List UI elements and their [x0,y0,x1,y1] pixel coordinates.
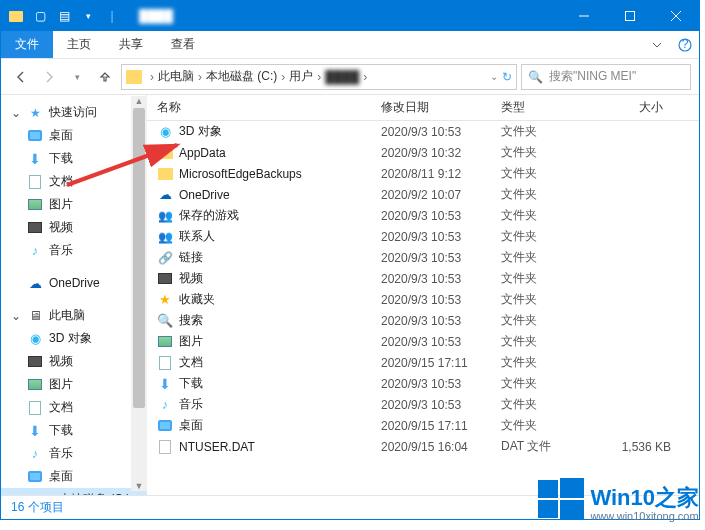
sidebar-item-3d[interactable]: ◉3D 对象 [1,327,146,350]
windows-logo-icon [538,476,584,522]
window-controls [561,1,699,31]
tab-view[interactable]: 查看 [157,31,209,58]
sidebar-item-desktop2[interactable]: 桌面 [1,465,146,488]
file-row[interactable]: 👥联系人2020/9/3 10:53文件夹 [151,226,699,247]
folder-icon [7,7,25,25]
file-row[interactable]: 🔗链接2020/9/3 10:53文件夹 [151,247,699,268]
scrollbar-thumb[interactable] [133,108,145,408]
sidebar-item-quick-access[interactable]: ⌄ ★ 快速访问 [1,101,146,124]
properties-icon[interactable]: ▢ [31,7,49,25]
file-row[interactable]: 🔍搜索2020/9/3 10:53文件夹 [151,310,699,331]
sidebar-item-desktop[interactable]: 桌面 [1,124,146,147]
file-row[interactable]: NTUSER.DAT2020/9/15 16:04DAT 文件1,536 KB [151,436,699,457]
onedrive-icon: ☁ [27,275,43,291]
scroll-down-icon[interactable]: ▼ [135,481,144,491]
sidebar-item-music[interactable]: ♪音乐 [1,239,146,262]
help-icon[interactable]: ? [671,31,699,58]
chevron-down-icon[interactable]: ⌄ [11,106,21,120]
nav-history-icon[interactable]: ▾ [65,65,89,89]
video-icon [27,220,43,236]
file-row[interactable]: AppData2020/9/3 10:32文件夹 [151,142,699,163]
sidebar-item-videos[interactable]: 视频 [1,216,146,239]
breadcrumb-drive[interactable]: 本地磁盘 (C:) [206,68,277,85]
desktop-icon [27,469,43,485]
sidebar-item-localc[interactable]: ›本地磁盘 (C:) [1,488,146,495]
download-icon: ⬇ [27,423,43,439]
sidebar-item-label: 下载 [49,150,73,167]
file-type: 文件夹 [501,207,601,224]
breadcrumb-pc[interactable]: 此电脑 [158,68,194,85]
nav-forward-button[interactable] [37,65,61,89]
file-row[interactable]: 文档2020/9/15 17:11文件夹 [151,352,699,373]
column-date[interactable]: 修改日期 [381,99,501,116]
breadcrumb-users[interactable]: 用户 [289,68,313,85]
qat-dropdown-icon[interactable]: ▾ [79,7,97,25]
nav-up-button[interactable] [93,65,117,89]
file-row[interactable]: ⬇下载2020/9/3 10:53文件夹 [151,373,699,394]
file-name: 收藏夹 [179,291,215,308]
file-date: 2020/9/3 10:53 [381,251,501,265]
sidebar-item-pictures2[interactable]: 图片 [1,373,146,396]
ribbon-expand-icon[interactable] [643,31,671,58]
file-name: 搜索 [179,312,203,329]
file-row[interactable]: MicrosoftEdgeBackups2020/8/11 9:12文件夹 [151,163,699,184]
file-row[interactable]: 桌面2020/9/15 17:11文件夹 [151,415,699,436]
column-size[interactable]: 大小 [601,99,681,116]
new-folder-icon[interactable]: ▤ [55,7,73,25]
file-type: 文件夹 [501,375,601,392]
sidebar-scrollbar[interactable]: ▲ ▼ [131,96,147,491]
sidebar-item-music2[interactable]: ♪音乐 [1,442,146,465]
chevron-right-icon[interactable]: › [361,70,369,84]
contacts-icon: 👥 [157,208,173,224]
file-name: 音乐 [179,396,203,413]
file-row[interactable]: ★收藏夹2020/9/3 10:53文件夹 [151,289,699,310]
breadcrumb[interactable]: › 此电脑 › 本地磁盘 (C:) › 用户 › ████ › ⌄ ↻ [121,64,517,90]
sidebar-item-thispc[interactable]: ⌄🖥此电脑 [1,304,146,327]
desktop-icon [157,418,173,434]
search-icon: 🔍 [157,313,173,329]
svg-rect-0 [626,12,635,21]
tab-home[interactable]: 主页 [53,31,105,58]
sidebar-item-documents2[interactable]: 文档 [1,396,146,419]
tab-share[interactable]: 共享 [105,31,157,58]
nav-back-button[interactable] [9,65,33,89]
breadcrumb-user[interactable]: ████ [325,70,359,84]
sidebar-item-documents[interactable]: 文档 [1,170,146,193]
sidebar-item-onedrive[interactable]: ›☁OneDrive [1,272,146,294]
maximize-button[interactable] [607,1,653,31]
file-row[interactable]: 👥保存的游戏2020/9/3 10:53文件夹 [151,205,699,226]
file-row[interactable]: ♪音乐2020/9/3 10:53文件夹 [151,394,699,415]
chevron-right-icon[interactable]: › [196,70,204,84]
refresh-icon[interactable]: ↻ [502,70,512,84]
column-type[interactable]: 类型 [501,99,601,116]
file-row[interactable]: ◉3D 对象2020/9/3 10:53文件夹 [151,121,699,142]
onedrive-icon: ☁ [157,187,173,203]
file-date: 2020/9/15 17:11 [381,356,501,370]
file-row[interactable]: ☁OneDrive2020/9/2 10:07文件夹 [151,184,699,205]
tab-file[interactable]: 文件 [1,31,53,58]
file-type: 文件夹 [501,186,601,203]
file-row[interactable]: 视频2020/9/3 10:53文件夹 [151,268,699,289]
file-row[interactable]: 图片2020/9/3 10:53文件夹 [151,331,699,352]
sidebar-item-videos2[interactable]: 视频 [1,350,146,373]
file-list: ◉3D 对象2020/9/3 10:53文件夹AppData2020/9/3 1… [147,121,699,495]
sidebar-item-downloads2[interactable]: ⬇下载 [1,419,146,442]
music-icon: ♪ [27,243,43,259]
file-type: 文件夹 [501,396,601,413]
file-name: 视频 [179,270,203,287]
file-date: 2020/9/3 10:53 [381,314,501,328]
chevron-down-icon[interactable]: ⌄ [11,309,21,323]
close-button[interactable] [653,1,699,31]
sidebar-item-label: 桌面 [49,468,73,485]
sidebar-item-downloads[interactable]: ⬇下载 [1,147,146,170]
column-name[interactable]: 名称 [151,99,381,116]
file-type: 文件夹 [501,165,601,182]
search-input[interactable]: 🔍 搜索"NING MEI" [521,64,691,90]
minimize-button[interactable] [561,1,607,31]
scroll-up-icon[interactable]: ▲ [135,96,144,106]
address-dropdown-icon[interactable]: ⌄ [490,71,498,82]
chevron-right-icon[interactable]: › [148,70,156,84]
chevron-right-icon[interactable]: › [315,70,323,84]
sidebar-item-pictures[interactable]: 图片 [1,193,146,216]
chevron-right-icon[interactable]: › [279,70,287,84]
